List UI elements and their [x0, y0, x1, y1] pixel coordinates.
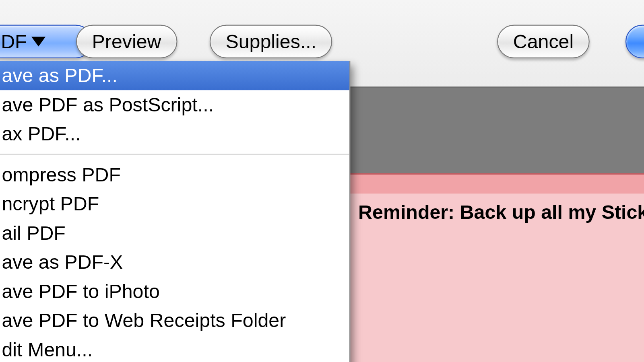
sticky-note-titlebar[interactable] — [349, 173, 644, 195]
supplies-button-label: Supplies... — [225, 31, 316, 53]
pdf-dropdown-menu: ave as PDF... ave PDF as PostScript... a… — [0, 61, 350, 362]
pdf-button-label: DF — [1, 31, 27, 53]
menu-item-fax-pdf[interactable]: ax PDF... — [0, 119, 349, 149]
menu-item-save-as-pdf-x[interactable]: ave as PDF-X — [0, 247, 349, 277]
cancel-button-label: Cancel — [513, 31, 574, 53]
menu-item-encrypt-pdf[interactable]: ncrypt PDF — [0, 189, 349, 218]
supplies-button[interactable]: Supplies... — [210, 25, 332, 59]
window-background — [349, 88, 644, 173]
preview-button[interactable]: Preview — [76, 25, 177, 59]
menu-item-save-as-pdf[interactable]: ave as PDF... — [0, 61, 349, 90]
print-button[interactable] — [625, 25, 644, 59]
sticky-note-text: Reminder: Back up all my Stick — [358, 201, 644, 223]
chevron-down-icon — [31, 37, 45, 46]
menu-separator — [0, 154, 349, 154]
menu-item-save-pdf-to-iphoto[interactable]: ave PDF to iPhoto — [0, 277, 349, 306]
cancel-button[interactable]: Cancel — [497, 25, 590, 59]
menu-item-edit-menu[interactable]: dit Menu... — [0, 335, 349, 362]
menu-item-save-pdf-to-web-receipts[interactable]: ave PDF to Web Receipts Folder — [0, 306, 349, 335]
preview-button-label: Preview — [92, 31, 161, 53]
screenshot-stage: Reminder: Back up all my Stick DF Previe… — [0, 0, 644, 362]
menu-item-save-pdf-as-postscript[interactable]: ave PDF as PostScript... — [0, 90, 349, 119]
menu-item-compress-pdf[interactable]: ompress PDF — [0, 160, 349, 189]
menu-item-mail-pdf[interactable]: ail PDF — [0, 218, 349, 248]
